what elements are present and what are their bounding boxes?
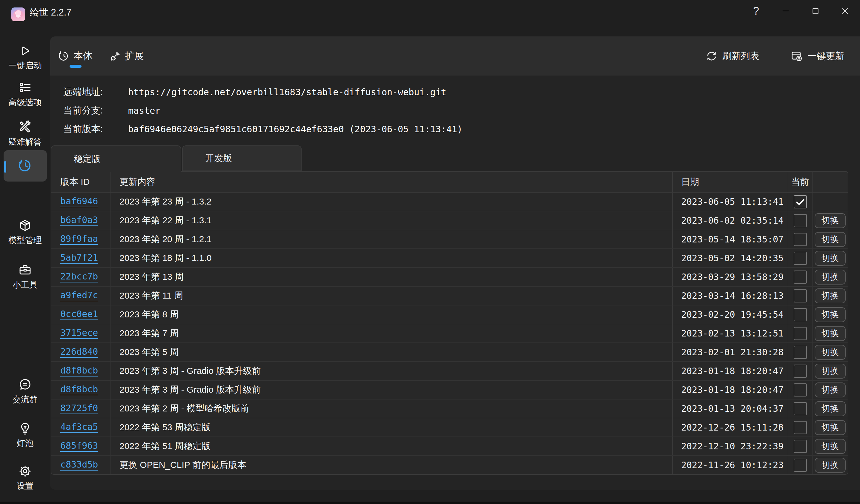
switch-button[interactable]: 切换 xyxy=(815,401,846,416)
tab-dev[interactable]: 开发版 xyxy=(182,145,302,171)
sidebar-item-model-management[interactable]: 模型管理 xyxy=(0,219,50,246)
sidebar-item-settings[interactable]: 设置 xyxy=(0,465,50,492)
table-row: 685f963 2022 年第 51 周稳定版 2022-12-10 23:22… xyxy=(51,436,848,455)
version-id-link[interactable]: c833d5b xyxy=(60,460,98,471)
current-checkbox[interactable] xyxy=(794,195,807,208)
minimize-icon xyxy=(781,6,790,16)
switch-button[interactable]: 切换 xyxy=(815,383,846,398)
version-id-link[interactable]: 685f963 xyxy=(60,441,98,452)
maximize-icon xyxy=(811,6,820,16)
current-checkbox[interactable] xyxy=(794,421,807,434)
version-id-link[interactable]: b6af0a3 xyxy=(60,215,98,226)
switch-button[interactable]: 切换 xyxy=(815,232,846,247)
current-checkbox[interactable] xyxy=(794,271,807,284)
current-checkbox[interactable] xyxy=(794,346,807,359)
sidebar-item-label: 交流群 xyxy=(13,394,38,405)
switch-button[interactable]: 切换 xyxy=(815,270,846,285)
current-checkbox[interactable] xyxy=(794,327,807,340)
row-update-content: 2023 年第 2 周 - 模型哈希改版前 xyxy=(119,403,249,415)
row-update-content: 2023 年第 20 周 - 1.2.1 xyxy=(119,233,212,245)
current-checkbox[interactable] xyxy=(794,364,807,378)
current-checkbox[interactable] xyxy=(794,214,807,227)
close-button[interactable] xyxy=(836,2,854,20)
table-body: baf6946 2023 年第 23 周 - 1.3.2 2023-06-05 … xyxy=(51,192,848,474)
version-id-link[interactable]: 3715ece xyxy=(60,328,98,339)
version-id-link[interactable]: 0cc0ee1 xyxy=(60,309,98,320)
table-row: 22bcc7b 2023 年第 13 周 2023-03-29 13:58:29… xyxy=(51,267,848,286)
tab-stable[interactable]: 稳定版 xyxy=(51,145,181,172)
button-label: 刷新列表 xyxy=(722,50,759,62)
row-update-content: 2023 年第 8 周 xyxy=(119,308,178,321)
version-id-link[interactable]: 82725f0 xyxy=(60,403,98,414)
app-icon xyxy=(11,8,25,21)
row-update-content: 2023 年第 5 周 xyxy=(119,346,178,358)
tab-extensions[interactable]: 扩展 xyxy=(110,37,144,75)
main-panel: 本体 扩展 刷新列表 一键更新 远端地址: https://gitcode.ne… xyxy=(50,37,860,490)
switch-button[interactable]: 切换 xyxy=(815,307,846,322)
play-icon xyxy=(18,44,32,57)
row-date: 2023-01-18 18:20:47 xyxy=(681,366,784,376)
version-id-link[interactable]: 5ab7f21 xyxy=(60,253,98,264)
table-row: 5ab7f21 2023 年第 18 周 - 1.1.0 2023-05-02 … xyxy=(51,248,848,267)
row-update-content: 2022 年第 53 周稳定版 xyxy=(119,421,211,433)
switch-button[interactable]: 切换 xyxy=(815,213,846,228)
switch-button[interactable]: 切换 xyxy=(815,458,846,473)
row-date: 2023-05-02 14:20:35 xyxy=(681,253,784,263)
switch-button[interactable]: 切换 xyxy=(815,288,846,303)
current-checkbox[interactable] xyxy=(794,289,807,302)
table-row: 82725f0 2023 年第 2 周 - 模型哈希改版前 2023-01-13… xyxy=(51,399,848,418)
version-id-link[interactable]: 22bcc7b xyxy=(60,271,98,283)
row-update-content: 2022 年第 51 周稳定版 xyxy=(119,440,211,452)
current-checkbox[interactable] xyxy=(794,384,807,397)
sidebar-item-label: 疑难解答 xyxy=(8,136,42,147)
current-checkbox[interactable] xyxy=(794,402,807,415)
one-click-update-button[interactable]: 一键更新 xyxy=(791,50,844,62)
sidebar-item-lightbulb[interactable]: 灯泡 xyxy=(0,422,50,449)
refresh-list-button[interactable]: 刷新列表 xyxy=(706,50,759,62)
table-header: 版本 ID 更新内容 日期 当前 xyxy=(51,172,848,192)
current-checkbox[interactable] xyxy=(794,459,807,472)
switch-button[interactable]: 切换 xyxy=(815,251,846,266)
version-id-link[interactable]: d8f8bcb xyxy=(60,365,98,376)
sidebar-item-troubleshooting[interactable]: 疑难解答 xyxy=(0,120,50,147)
table-row: d8f8bcb 2023 年第 3 周 - Gradio 版本升级前 2023-… xyxy=(51,361,848,380)
current-checkbox[interactable] xyxy=(794,440,807,453)
sidebar-item-label: 灯泡 xyxy=(17,438,33,449)
sidebar-item-advanced-options[interactable]: 高级选项 xyxy=(0,81,50,108)
panel-content: 远端地址: https://gitcode.net/overbill1683/s… xyxy=(50,75,860,490)
current-checkbox[interactable] xyxy=(794,252,807,265)
row-date: 2022-11-26 10:12:23 xyxy=(681,460,784,470)
current-checkbox[interactable] xyxy=(794,308,807,321)
version-id-link[interactable]: 226d840 xyxy=(60,347,98,358)
table-row: baf6946 2023 年第 23 周 - 1.3.2 2023-06-05 … xyxy=(51,192,848,211)
version-id-link[interactable]: baf6946 xyxy=(60,196,98,207)
current-checkbox[interactable] xyxy=(794,233,807,246)
sidebar-item-mini-tools[interactable]: 小工具 xyxy=(0,263,50,290)
refresh-icon xyxy=(706,50,718,62)
row-date: 2023-06-05 11:13:41 xyxy=(681,197,784,207)
help-button[interactable]: ? xyxy=(747,2,765,20)
history-icon xyxy=(59,51,69,61)
switch-button[interactable]: 切换 xyxy=(815,364,846,379)
version-id-link[interactable]: 4af3ca5 xyxy=(60,422,98,433)
version-id-link[interactable]: 89f9faa xyxy=(60,234,98,245)
sidebar-item-label: 模型管理 xyxy=(8,235,42,246)
switch-button[interactable]: 切换 xyxy=(815,345,846,360)
switch-button[interactable]: 切换 xyxy=(815,326,846,341)
version-id-link[interactable]: a9fed7c xyxy=(60,290,98,301)
tab-label: 本体 xyxy=(73,49,92,63)
minimize-button[interactable] xyxy=(777,2,794,20)
current-version-value: baf6946e06249c5af9851c60171692c44ef633e0… xyxy=(128,124,462,134)
sidebar-item-label: 小工具 xyxy=(13,279,38,290)
switch-button[interactable]: 切换 xyxy=(815,439,846,454)
sidebar-item-version-management[interactable] xyxy=(3,150,47,182)
info-label: 当前分支: xyxy=(63,104,128,117)
tab-main-body[interactable]: 本体 xyxy=(59,37,92,75)
sidebar-item-community[interactable]: 交流群 xyxy=(0,378,50,405)
toolbox-icon xyxy=(18,263,32,276)
switch-button[interactable]: 切换 xyxy=(815,420,846,435)
sidebar-item-launch[interactable]: 一键启动 xyxy=(0,44,50,71)
version-id-link[interactable]: d8f8bcb xyxy=(60,384,98,395)
maximize-button[interactable] xyxy=(807,2,824,20)
table-row: 226d840 2023 年第 5 周 2023-02-01 21:30:28 … xyxy=(51,343,848,361)
